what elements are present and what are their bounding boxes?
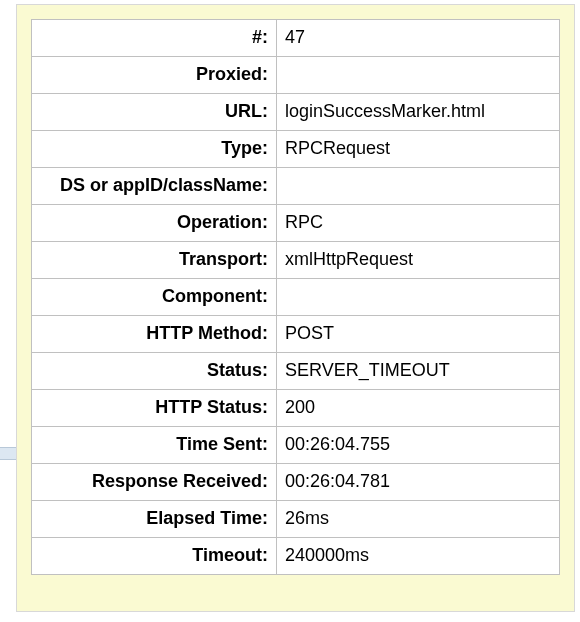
row-value-operation: RPC xyxy=(277,205,560,242)
row-label-ds-appid: DS or appID/className: xyxy=(32,168,277,205)
table-row: Time Sent: 00:26:04.755 xyxy=(32,427,560,464)
table-row: HTTP Status: 200 xyxy=(32,390,560,427)
rpc-details-body: #: 47 Proxied: URL: loginSuccessMarker.h… xyxy=(32,20,560,575)
table-row: Transport: xmlHttpRequest xyxy=(32,242,560,279)
table-row: #: 47 xyxy=(32,20,560,57)
row-label-elapsed-time: Elapsed Time: xyxy=(32,501,277,538)
row-value-number: 47 xyxy=(277,20,560,57)
row-value-transport: xmlHttpRequest xyxy=(277,242,560,279)
row-label-component: Component: xyxy=(32,279,277,316)
row-label-time-sent: Time Sent: xyxy=(32,427,277,464)
table-row: URL: loginSuccessMarker.html xyxy=(32,94,560,131)
row-value-elapsed-time: 26ms xyxy=(277,501,560,538)
row-label-transport: Transport: xyxy=(32,242,277,279)
row-value-response-received: 00:26:04.781 xyxy=(277,464,560,501)
table-row: DS or appID/className: xyxy=(32,168,560,205)
table-row: HTTP Method: POST xyxy=(32,316,560,353)
row-label-type: Type: xyxy=(32,131,277,168)
rpc-details-panel: #: 47 Proxied: URL: loginSuccessMarker.h… xyxy=(16,4,575,612)
row-label-operation: Operation: xyxy=(32,205,277,242)
row-value-component xyxy=(277,279,560,316)
table-row: Operation: RPC xyxy=(32,205,560,242)
row-label-url: URL: xyxy=(32,94,277,131)
table-row: Component: xyxy=(32,279,560,316)
rpc-details-table: #: 47 Proxied: URL: loginSuccessMarker.h… xyxy=(31,19,560,575)
row-value-http-status: 200 xyxy=(277,390,560,427)
row-label-number: #: xyxy=(32,20,277,57)
row-value-http-method: POST xyxy=(277,316,560,353)
table-row: Response Received: 00:26:04.781 xyxy=(32,464,560,501)
row-label-timeout: Timeout: xyxy=(32,538,277,575)
row-value-timeout: 240000ms xyxy=(277,538,560,575)
row-value-ds-appid xyxy=(277,168,560,205)
row-label-status: Status: xyxy=(32,353,277,390)
table-row: Type: RPCRequest xyxy=(32,131,560,168)
row-label-response-received: Response Received: xyxy=(32,464,277,501)
row-label-http-status: HTTP Status: xyxy=(32,390,277,427)
row-value-time-sent: 00:26:04.755 xyxy=(277,427,560,464)
table-row: Proxied: xyxy=(32,57,560,94)
table-row: Elapsed Time: 26ms xyxy=(32,501,560,538)
adjacent-panel-edge xyxy=(0,447,16,460)
row-value-url: loginSuccessMarker.html xyxy=(277,94,560,131)
row-value-type: RPCRequest xyxy=(277,131,560,168)
row-value-status: SERVER_TIMEOUT xyxy=(277,353,560,390)
row-value-proxied xyxy=(277,57,560,94)
table-row: Status: SERVER_TIMEOUT xyxy=(32,353,560,390)
table-row: Timeout: 240000ms xyxy=(32,538,560,575)
row-label-http-method: HTTP Method: xyxy=(32,316,277,353)
row-label-proxied: Proxied: xyxy=(32,57,277,94)
